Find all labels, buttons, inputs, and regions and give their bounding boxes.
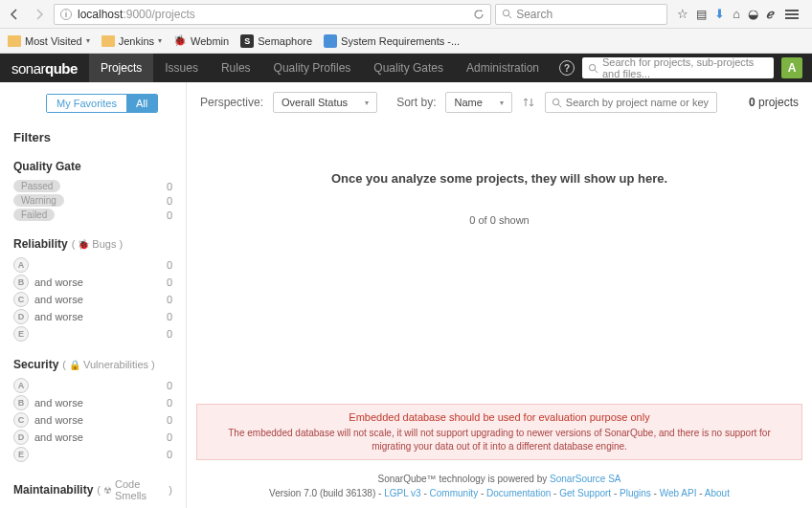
- project-search-input[interactable]: [566, 97, 710, 108]
- svg-line-5: [558, 104, 561, 107]
- app-search[interactable]: Search for projects, sub-projects and fi…: [582, 57, 774, 78]
- footer-link[interactable]: Community: [430, 488, 479, 498]
- footer-link[interactable]: Documentation: [486, 488, 551, 498]
- addon-icon[interactable]: ℯ: [766, 7, 774, 21]
- svg-point-4: [553, 99, 558, 104]
- search-icon: [588, 63, 598, 74]
- facet-maintainability: Maintainability ( ☢ Code Smells ) A0 Ban…: [13, 478, 186, 508]
- svg-point-2: [589, 64, 595, 70]
- footer-link[interactable]: LGPL v3: [384, 488, 421, 498]
- ladybug-icon: 🐞: [173, 34, 187, 47]
- user-avatar[interactable]: A: [781, 57, 802, 78]
- svg-point-0: [504, 10, 509, 15]
- nav-quality-gates[interactable]: Quality Gates: [362, 54, 455, 82]
- projects-body: Once you analyze some projects, they wil…: [187, 123, 812, 404]
- my-favorites-tab[interactable]: My Favorites: [47, 95, 126, 112]
- warning-text: The embedded database will not scale, it…: [228, 428, 770, 452]
- nav-rules[interactable]: Rules: [210, 54, 262, 82]
- facet-row-d[interactable]: Dand worse0: [13, 308, 172, 325]
- lock-icon: 🔒: [69, 360, 80, 370]
- shown-count: 0 of 0 shown: [469, 214, 529, 226]
- facet-security: Security ( 🔒 Vulnerabilities ) A0 Band w…: [13, 358, 186, 463]
- sidebar: My Favorites All Filters Quality Gate Pa…: [0, 82, 187, 508]
- bookmark-sysreq[interactable]: System Requirements -...: [324, 34, 460, 48]
- browser-toolbar: i localhost:9000/projects Search ☆ ▤ ⬇ ⌂…: [0, 0, 812, 29]
- projects-count: 0 projects: [749, 96, 799, 109]
- facet-row-b[interactable]: Band worse0: [13, 394, 172, 411]
- filters-title: Filters: [13, 130, 186, 144]
- star-icon[interactable]: ☆: [677, 7, 688, 21]
- reload-button[interactable]: [473, 9, 485, 20]
- perspective-select[interactable]: Overall Status▾: [273, 92, 377, 113]
- bookmark-semaphore[interactable]: S Semaphore: [240, 34, 312, 48]
- browser-search[interactable]: Search: [495, 4, 667, 25]
- footer-link[interactable]: Get Support: [559, 488, 611, 498]
- sonarsource-link[interactable]: SonarSource SA: [550, 474, 621, 484]
- project-search[interactable]: [545, 92, 717, 113]
- facet-row-failed[interactable]: Failed 0: [13, 208, 172, 222]
- forward-button[interactable]: [29, 4, 50, 25]
- footer: SonarQube™ technology is powered by Sona…: [187, 468, 812, 508]
- bookmarks-bar: Most Visited ▾ Jenkins ▾ 🐞 Webmin S Sema…: [0, 29, 812, 54]
- warning-banner: Embedded database should be used for eva…: [196, 404, 802, 460]
- app-navbar: sonarqube Projects Issues Rules Quality …: [0, 54, 812, 82]
- facet-header: Security ( 🔒 Vulnerabilities ): [13, 358, 172, 371]
- facet-row-warning[interactable]: Warning 0: [13, 193, 172, 208]
- facet-row-d[interactable]: Dand worse0: [13, 429, 172, 446]
- sortby-select[interactable]: Name▾: [445, 92, 511, 113]
- browser-icons: ☆ ▤ ⬇ ⌂ ◒ ℯ: [671, 7, 808, 21]
- info-icon: i: [60, 9, 72, 20]
- warning-title: Embedded database should be used for eva…: [216, 410, 782, 425]
- chevron-down-icon: ▾: [500, 99, 504, 107]
- chevron-down-icon: ▾: [86, 36, 90, 45]
- bookmark-webmin[interactable]: 🐞 Webmin: [173, 34, 229, 47]
- nav-issues[interactable]: Issues: [153, 54, 210, 82]
- all-tab[interactable]: All: [126, 95, 157, 112]
- facet-reliability: Reliability ( 🐞 Bugs ) A0 Band worse0 Ca…: [13, 237, 186, 342]
- svg-line-3: [595, 70, 598, 73]
- perspective-label: Perspective:: [200, 96, 263, 109]
- facet-header: Reliability ( 🐞 Bugs ): [13, 237, 172, 251]
- chevron-down-icon: ▾: [158, 36, 162, 45]
- page-icon: [324, 34, 337, 48]
- folder-icon: [102, 35, 115, 47]
- nav-quality-profiles[interactable]: Quality Profiles: [262, 54, 363, 82]
- svg-line-1: [508, 15, 511, 18]
- bookmark-most-visited[interactable]: Most Visited ▾: [8, 35, 90, 47]
- app-logo[interactable]: sonarqube: [0, 60, 89, 77]
- nav-projects[interactable]: Projects: [89, 54, 153, 82]
- projects-toolbar: Perspective: Overall Status▾ Sort by: Na…: [187, 82, 812, 123]
- sort-direction-button[interactable]: [522, 96, 535, 109]
- bug-icon: 🐞: [78, 239, 89, 250]
- facet-row-a[interactable]: A0: [13, 256, 172, 274]
- download-icon[interactable]: ⬇: [714, 7, 725, 21]
- facet-row-e[interactable]: E0: [13, 325, 172, 342]
- facet-row-b[interactable]: Band worse0: [13, 274, 172, 291]
- reader-icon[interactable]: ▤: [696, 8, 707, 21]
- nav-administration[interactable]: Administration: [455, 54, 551, 82]
- home-icon[interactable]: ⌂: [733, 7, 740, 21]
- facet-row-a[interactable]: A0: [13, 377, 172, 394]
- footer-link[interactable]: Plugins: [620, 488, 651, 498]
- footer-link[interactable]: About: [705, 488, 730, 498]
- facet-header: Quality Gate: [13, 160, 172, 173]
- help-button[interactable]: ?: [559, 60, 575, 76]
- facet-header: Maintainability ( ☢ Code Smells ): [13, 478, 172, 501]
- pocket-icon[interactable]: ◒: [748, 7, 758, 21]
- sortby-label: Sort by:: [396, 96, 436, 109]
- url-bar[interactable]: i localhost:9000/projects: [54, 4, 491, 25]
- semaphore-icon: S: [240, 34, 254, 48]
- empty-message: Once you analyze some projects, they wil…: [331, 171, 667, 186]
- search-icon: [502, 9, 512, 19]
- facet-row-c[interactable]: Cand worse0: [13, 291, 172, 308]
- search-icon: [552, 98, 562, 108]
- facet-row-e[interactable]: E0: [13, 446, 172, 463]
- footer-link[interactable]: Web API: [660, 488, 697, 498]
- main-content: Perspective: Overall Status▾ Sort by: Na…: [187, 82, 812, 508]
- facet-quality-gate: Quality Gate Passed 0 Warning 0 Failed 0: [13, 160, 186, 222]
- facet-row-passed[interactable]: Passed 0: [13, 179, 172, 193]
- back-button[interactable]: [4, 4, 25, 25]
- menu-button[interactable]: [781, 10, 802, 19]
- facet-row-c[interactable]: Cand worse0: [13, 411, 172, 429]
- bookmark-jenkins[interactable]: Jenkins ▾: [102, 35, 162, 47]
